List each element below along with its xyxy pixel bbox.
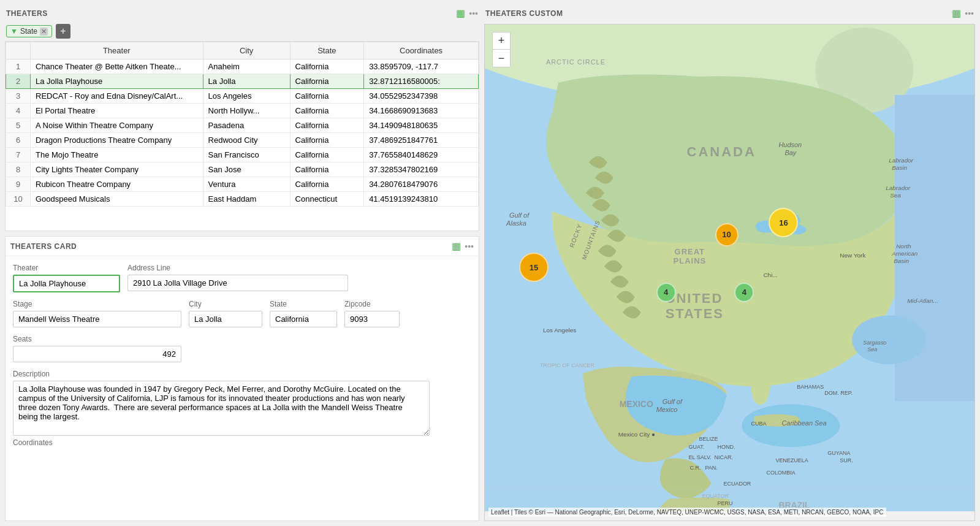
cluster-15-label: 15 <box>530 263 538 272</box>
svg-text:Caribbean Sea: Caribbean Sea <box>781 419 826 427</box>
cell-coords: 34.1490948180635 <box>364 118 479 133</box>
row-num: 3 <box>6 89 31 104</box>
form-group-stage: Stage <box>13 300 181 327</box>
svg-text:Bay: Bay <box>784 149 797 156</box>
svg-text:Alaska: Alaska <box>506 219 526 227</box>
table-row[interactable]: 3 REDCAT - Roy and Edna Disney/CalArt...… <box>6 89 479 104</box>
theater-input[interactable] <box>13 275 120 292</box>
state-filter-chip[interactable]: ▼ State ✕ <box>6 25 52 37</box>
map-attribution: Leaflet | Tiles © Esri — National Geogra… <box>488 508 886 517</box>
table-row[interactable]: 2 La Jolla Playhouse La Jolla California… <box>6 74 479 89</box>
svg-text:Sargasso: Sargasso <box>863 340 886 346</box>
table-row[interactable]: 7 The Mojo Theatre San Francisco Califor… <box>6 148 479 162</box>
svg-text:VENEZUELA: VENEZUELA <box>775 457 808 463</box>
svg-text:GUYANA: GUYANA <box>827 450 850 456</box>
cluster-4a[interactable]: 4 <box>656 283 676 302</box>
map-zoom-in-button[interactable]: + <box>493 32 510 50</box>
svg-text:EL SALV.: EL SALV. <box>689 454 712 460</box>
svg-text:Mexico: Mexico <box>656 406 678 413</box>
table-row[interactable]: 4 El Portal Theatre North Hollyw... Cali… <box>6 104 479 118</box>
col-header-city[interactable]: City <box>203 42 290 59</box>
cluster-4b[interactable]: 4 <box>734 283 754 302</box>
table-scroll-area[interactable]: Theater City State Coordinates 1 Chance … <box>6 42 479 231</box>
row-num: 10 <box>6 192 31 207</box>
cell-state: California <box>290 133 364 148</box>
map-filter-icon[interactable]: ▦ <box>952 7 961 19</box>
svg-text:PLAINS: PLAINS <box>674 256 707 265</box>
map-panel-header: THEATERS Custom ▦ ••• <box>484 5 975 21</box>
cell-theater: Chance Theater @ Bette Aitken Theate... <box>31 59 203 74</box>
stage-input[interactable] <box>13 311 181 327</box>
filter-icon[interactable]: ▦ <box>456 7 465 19</box>
svg-text:Mexico City ●: Mexico City ● <box>618 431 655 438</box>
svg-text:NICAR.: NICAR. <box>715 454 733 460</box>
svg-text:Chi...: Chi... <box>763 272 777 278</box>
seats-input[interactable] <box>13 346 181 362</box>
svg-text:SUR.: SUR. <box>840 457 853 463</box>
map-zoom-out-button[interactable]: − <box>493 50 510 67</box>
table-row[interactable]: 6 Dragon Productions Theatre Company Red… <box>6 133 479 148</box>
cell-city: Ventura <box>203 177 290 192</box>
more-options-icon[interactable]: ••• <box>469 9 478 18</box>
map-container[interactable]: CANADA Hudson Bay Labrador Basin Labrado… <box>484 24 975 521</box>
cell-coords: 37.4869251847761 <box>364 133 479 148</box>
theaters-table-header: THEATERS ▦ ••• <box>5 5 479 21</box>
cell-state: California <box>290 162 364 177</box>
zipcode-input[interactable] <box>344 311 400 327</box>
cell-theater: REDCAT - Roy and Edna Disney/CalArt... <box>31 89 203 104</box>
state-label: State <box>270 300 337 308</box>
cell-city: Redwood City <box>203 133 290 148</box>
seats-label: Seats <box>13 335 181 343</box>
col-header-theater[interactable]: Theater <box>31 42 203 59</box>
city-input[interactable] <box>189 311 262 327</box>
cell-coords: 34.0552952347398 <box>364 89 479 104</box>
svg-text:ARCTIC CIRCLE: ARCTIC CIRCLE <box>546 58 606 66</box>
description-textarea[interactable] <box>13 381 430 436</box>
card-more-options-icon[interactable]: ••• <box>465 242 474 251</box>
filter-chip-label: State <box>20 27 37 36</box>
cluster-4a-label: 4 <box>664 288 668 297</box>
svg-text:BELIZE: BELIZE <box>699 436 718 442</box>
cell-theater: The Mojo Theatre <box>31 148 203 162</box>
col-header-coordinates[interactable]: Coordinates <box>364 42 479 59</box>
cell-state: California <box>290 148 364 162</box>
cell-theater: El Portal Theatre <box>31 104 203 118</box>
add-filter-button[interactable]: + <box>56 24 70 39</box>
form-group-zip: Zipcode <box>344 300 400 327</box>
filter-chip-close[interactable]: ✕ <box>40 28 48 36</box>
card-panel-actions: ▦ ••• <box>452 240 474 252</box>
row-num: 8 <box>6 162 31 177</box>
svg-text:Labrador: Labrador <box>886 185 911 191</box>
table-row[interactable]: 1 Chance Theater @ Bette Aitken Theate..… <box>6 59 479 74</box>
svg-text:PERU: PERU <box>718 500 733 506</box>
col-header-state[interactable]: State <box>290 42 364 59</box>
form-group-seats: Seats <box>13 335 181 362</box>
form-group-description: Description <box>13 370 471 436</box>
state-input[interactable] <box>270 311 337 327</box>
card-panel-header: THEATERS Card ▦ ••• <box>6 237 479 256</box>
cell-theater: City Lights Theater Company <box>31 162 203 177</box>
cluster-15[interactable]: 15 <box>519 253 549 282</box>
table-row[interactable]: 9 Rubicon Theatre Company Ventura Califo… <box>6 177 479 192</box>
card-filter-icon[interactable]: ▦ <box>452 240 461 252</box>
cell-coords: 33.8595709, -117.7 <box>364 59 479 74</box>
table-row[interactable]: 5 A Noise Within Theatre Company Pasaden… <box>6 118 479 133</box>
form-group-city: City <box>189 300 262 327</box>
table-row[interactable]: 10 Goodspeed Musicals East Haddam Connec… <box>6 192 479 207</box>
city-label: City <box>189 300 262 308</box>
cell-city: Pasadena <box>203 118 290 133</box>
svg-text:DOM. REP.: DOM. REP. <box>824 390 853 396</box>
cluster-10[interactable]: 10 <box>715 223 739 246</box>
cluster-10-label: 10 <box>722 230 731 239</box>
cell-city: East Haddam <box>203 192 290 207</box>
table-row[interactable]: 8 City Lights Theater Company San Jose C… <box>6 162 479 177</box>
svg-text:Los Angeles: Los Angeles <box>543 327 576 334</box>
cell-city: La Jolla <box>203 74 290 89</box>
row-num: 6 <box>6 133 31 148</box>
cell-coords: 32.8712116580005: <box>364 74 479 89</box>
svg-text:EQUATOR: EQUATOR <box>702 493 729 499</box>
map-more-options-icon[interactable]: ••• <box>965 9 974 18</box>
cell-state: California <box>290 177 364 192</box>
address-input[interactable] <box>127 275 348 291</box>
svg-text:Sea: Sea <box>890 192 901 199</box>
